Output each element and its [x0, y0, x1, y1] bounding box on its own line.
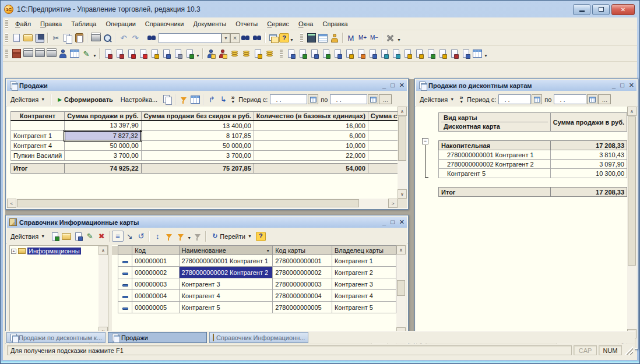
- catalog-cell[interactable]: 2780000000003: [273, 278, 332, 290]
- catalog-cell[interactable]: 000000005: [132, 302, 179, 313]
- title-bar[interactable]: 1С 1С:Предприятие - Управление торговлей…: [4, 2, 636, 16]
- receipt-icon[interactable]: [297, 48, 308, 59]
- catalog-column-header[interactable]: Наименование▼: [179, 246, 273, 255]
- purchases-report-icon[interactable]: [114, 48, 125, 59]
- menu-grip[interactable]: [5, 19, 8, 29]
- payment-in-icon[interactable]: [343, 48, 355, 59]
- print-icon[interactable]: [22, 48, 34, 59]
- sales-period-more-button[interactable]: ...: [379, 94, 392, 104]
- catalog-cell[interactable]: 2780000000005: [273, 302, 332, 313]
- menu-item-help[interactable]: Справка: [318, 19, 353, 29]
- supplier-cash-icon[interactable]: [217, 48, 228, 59]
- catalog-help-button[interactable]: ?: [256, 232, 266, 241]
- filter-settings-icon[interactable]: [175, 231, 187, 242]
- toolbar-grip[interactable]: [300, 33, 303, 43]
- sales-close-button[interactable]: ✕: [399, 82, 405, 89]
- catalog-cell[interactable]: 000000003: [132, 278, 179, 290]
- calculator-icon[interactable]: [305, 33, 317, 44]
- discount-period-more-button[interactable]: ...: [598, 94, 611, 104]
- sort-icon[interactable]: ↕: [152, 231, 163, 242]
- scroll-up-arrow[interactable]: ∧: [99, 246, 108, 255]
- catalog-cell[interactable]: 000000002: [132, 267, 179, 278]
- print-setup-icon[interactable]: [45, 48, 57, 59]
- record-icon-cell[interactable]: [118, 278, 132, 290]
- exchange-icon[interactable]: [378, 48, 390, 59]
- catalog-maximize-button[interactable]: □: [391, 218, 395, 226]
- taskbar-tab[interactable]: Справочник Информационн...: [209, 332, 308, 343]
- select-item-icon[interactable]: ↘: [124, 231, 135, 242]
- amount-column-header[interactable]: Сумма продажи в руб.: [550, 113, 627, 132]
- edit-prices-icon[interactable]: ✎: [80, 48, 92, 59]
- scroll-left-arrow[interactable]: <: [7, 199, 16, 208]
- table-cell[interactable]: 50 000,00: [65, 140, 141, 150]
- discount-more-buttons-chevron[interactable]: »▼: [458, 96, 465, 104]
- structure-icon[interactable]: [472, 48, 483, 59]
- catalog-tree-root-item[interactable]: + Информационны: [10, 246, 108, 256]
- maximize-button[interactable]: [592, 4, 610, 15]
- menu-item-windows[interactable]: Окна: [294, 19, 318, 29]
- sales-period-to-input[interactable]: [330, 94, 367, 104]
- catalog-cell[interactable]: 000000004: [132, 290, 179, 302]
- redo-icon[interactable]: ↷: [129, 33, 141, 44]
- service-settings-icon[interactable]: [385, 33, 396, 44]
- catalog-cell[interactable]: 2780000000002: [273, 267, 332, 278]
- card-cell[interactable]: Контрагент 5: [439, 169, 551, 178]
- table-cell[interactable]: Контрагент 4: [11, 140, 65, 150]
- disable-filter-icon[interactable]: [192, 231, 203, 242]
- record-icon-cell[interactable]: [118, 255, 132, 267]
- filter-icon[interactable]: [178, 94, 189, 105]
- catalog-cell[interactable]: 2780000000001 Контрагент 1: [179, 255, 273, 267]
- catalog-cell[interactable]: Контрагент 3: [332, 278, 396, 290]
- scroll-up-arrow[interactable]: ∧: [398, 107, 407, 116]
- record-icon-cell[interactable]: [118, 290, 132, 302]
- table-cell[interactable]: 8 107,85: [141, 130, 254, 140]
- paste-icon[interactable]: [73, 33, 85, 44]
- table-cell[interactable]: 7 827,32: [65, 130, 141, 140]
- memory-minus-icon[interactable]: M−: [368, 33, 380, 44]
- customer-cash-icon[interactable]: [205, 48, 217, 59]
- record-icon-column-header[interactable]: [118, 246, 132, 255]
- catalog-column-header[interactable]: Код карты: [273, 246, 332, 255]
- save-icon[interactable]: [34, 33, 45, 44]
- card-cell[interactable]: 2780000000001 Контрагент 1: [439, 150, 551, 160]
- journal-icon[interactable]: [172, 48, 184, 59]
- discount-period-from-calendar-button[interactable]: [532, 94, 542, 104]
- sales-more-buttons-chevron[interactable]: »▼: [230, 96, 236, 104]
- catalog-cell[interactable]: Контрагент 5: [179, 302, 273, 313]
- discount-period-to-input[interactable]: [554, 94, 586, 104]
- delete-item-icon[interactable]: ✖: [96, 231, 107, 242]
- table-cell[interactable]: 2,10: [368, 121, 398, 130]
- hierarchy-view-icon[interactable]: ≡: [112, 231, 124, 242]
- sales-actions-button[interactable]: Действия▼: [7, 95, 48, 104]
- price-table-icon[interactable]: [69, 48, 80, 59]
- close-button[interactable]: ✕: [611, 4, 635, 15]
- discount-actions-button[interactable]: Действия▼: [416, 95, 458, 104]
- menu-item-reports[interactable]: Отчеты: [231, 19, 262, 29]
- sales-column-header[interactable]: Сумма продажи в руб.: [65, 112, 141, 121]
- payment-out-icon[interactable]: [355, 48, 367, 59]
- catalog-column-header[interactable]: Код: [132, 246, 179, 255]
- print-form-icon[interactable]: [34, 48, 45, 59]
- open-icon[interactable]: [22, 33, 34, 44]
- sales-report-icon[interactable]: [102, 48, 114, 59]
- edit-item-icon[interactable]: ✎: [84, 231, 96, 242]
- amount-cell[interactable]: 17 208,33: [550, 141, 627, 150]
- cart-buyer-icon[interactable]: [285, 48, 297, 59]
- sales-column-header[interactable]: Сумма продажи без скидок в руб.: [141, 112, 254, 121]
- sales-column-header[interactable]: Сумма скидки в руб.: [368, 112, 398, 121]
- search-dropdown-button[interactable]: ▼: [221, 33, 230, 43]
- discount-close-button[interactable]: ✕: [629, 82, 634, 89]
- catalog-cell[interactable]: Контрагент 3: [179, 278, 273, 290]
- shipment-icon[interactable]: [320, 48, 332, 59]
- find-icon[interactable]: [146, 33, 157, 44]
- sales-horizontal-scrollbar[interactable]: < >: [7, 199, 398, 208]
- minimize-button[interactable]: [573, 4, 590, 15]
- cart-doc-icon[interactable]: [308, 48, 320, 59]
- scroll-up-arrow[interactable]: ∧: [396, 245, 406, 255]
- catalog-cell[interactable]: 2780000000002 Контрагент 2: [179, 267, 273, 278]
- tree-vertical-scrollbar[interactable]: ∧ ∨: [99, 246, 108, 336]
- menu-item-table[interactable]: Таблица: [66, 19, 101, 29]
- record-icon-cell[interactable]: [118, 267, 132, 278]
- add-copy-icon[interactable]: [61, 231, 72, 242]
- catalog-goto-button[interactable]: ↻Перейти▼: [209, 231, 255, 241]
